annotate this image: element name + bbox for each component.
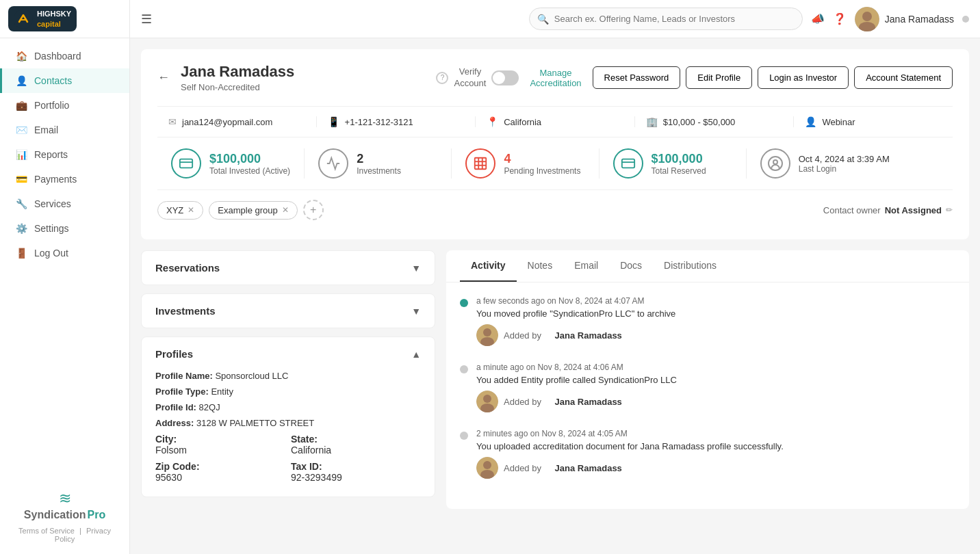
investment-range-info: 🏢 $10,000 - $50,000 <box>635 116 795 127</box>
profile-status: Self Non-Accredited <box>181 82 425 92</box>
hamburger-menu[interactable]: ☰ <box>141 12 152 27</box>
activity-username-2: Jana Ramadass <box>555 463 622 473</box>
profiles-header[interactable]: Profiles ▲ <box>142 337 435 371</box>
sidebar-item-reports[interactable]: 📊 Reports <box>0 142 129 167</box>
stat-investments-label: Investments <box>357 166 401 176</box>
contacts-icon: 👤 <box>16 75 27 86</box>
back-button[interactable]: ← <box>157 70 170 85</box>
sidebar-item-email[interactable]: ✉️ Email <box>0 118 129 142</box>
logo-text: HIGHSKYcapital <box>37 9 71 29</box>
header-actions: Reset Password Edit Profile Login as Inv… <box>593 66 953 89</box>
reset-password-button[interactable]: Reset Password <box>593 66 681 89</box>
tab-content-activity: a few seconds ago on Nov 8, 2024 at 4:07… <box>446 282 969 509</box>
activity-item-0: a few seconds ago on Nov 8, 2024 at 4:07… <box>460 296 955 346</box>
login-as-investor-button[interactable]: Login as Investor <box>758 66 849 89</box>
notification-icon[interactable]: 📣 <box>811 12 825 25</box>
contact-owner-edit-icon[interactable]: ✏ <box>946 205 953 215</box>
user-name: Jana Ramadass <box>885 14 954 25</box>
last-login-label: Last Login <box>799 164 890 174</box>
investments-header[interactable]: Investments ▼ <box>142 294 435 328</box>
manage-accreditation-link[interactable]: ManageAccreditation <box>530 68 581 88</box>
sidebar-item-label: Log Out <box>34 248 68 259</box>
activity-avatar-1 <box>476 391 498 412</box>
stat-pending-icon <box>465 148 495 179</box>
tag-xyz-remove[interactable]: ✕ <box>188 205 194 215</box>
stat-investments-value: 2 <box>357 152 401 166</box>
reports-icon: 📊 <box>16 149 27 160</box>
terms-link[interactable]: Terms of Service <box>18 527 75 535</box>
investments-arrow: ▼ <box>411 306 421 317</box>
reservations-arrow: ▼ <box>411 263 421 274</box>
activity-time-2: 2 minutes ago on Nov 8, 2024 at 4:05 AM <box>476 429 955 438</box>
stat-investments: 2 Investments <box>305 148 452 179</box>
svg-point-22 <box>483 461 491 469</box>
tab-email[interactable]: Email <box>563 250 609 282</box>
sidebar-item-logout[interactable]: 🚪 Log Out <box>0 241 129 265</box>
settings-icon: ⚙️ <box>16 223 27 234</box>
sidebar-item-payments[interactable]: 💳 Payments <box>0 167 129 192</box>
profile-name-section: Jana Ramadass Self Non-Accredited <box>181 63 425 92</box>
sidebar-item-portfolio[interactable]: 💼 Portfolio <box>0 93 129 118</box>
verify-icon: ? <box>436 72 448 84</box>
help-icon[interactable]: ❓ <box>833 12 847 25</box>
stat-investments-icon <box>318 148 348 179</box>
tag-example-label: Example group <box>218 205 277 215</box>
profile-name: Jana Ramadass <box>181 63 425 81</box>
activity-dot-2 <box>460 432 468 440</box>
stat-last-login: Oct 4, 2024 at 3:39 AM Last Login <box>747 148 953 179</box>
activity-body-1: a minute ago on Nov 8, 2024 at 4:06 AM Y… <box>476 362 955 412</box>
chart-icon <box>326 156 341 171</box>
sidebar-item-dashboard[interactable]: 🏠 Dashboard <box>0 44 129 68</box>
stat-pending-value: 4 <box>504 152 580 166</box>
sidebar-item-settings[interactable]: ⚙️ Settings <box>0 216 129 241</box>
stat-pending-data: 4 Pending Investments <box>504 152 580 176</box>
sidebar-item-services[interactable]: 🔧 Services <box>0 192 129 216</box>
activity-time-1: a minute ago on Nov 8, 2024 at 4:06 AM <box>476 362 955 372</box>
tag-example-group: Example group ✕ <box>209 201 297 220</box>
sidebar-item-label: Settings <box>34 223 69 234</box>
tag-xyz-label: XYZ <box>166 205 183 215</box>
profile-field-state: State: California <box>291 434 421 456</box>
activity-time-0: a few seconds ago on Nov 8, 2024 at 4:07… <box>476 296 955 306</box>
profile-fields-grid: City: Folsom State: California Zip Code:… <box>155 434 421 483</box>
activity-text-1: You added Entity profile called Syndicat… <box>476 375 955 385</box>
reservations-header[interactable]: Reservations ▼ <box>142 251 435 285</box>
sidebar-item-label: Portfolio <box>34 100 69 111</box>
location-value: California <box>504 117 541 127</box>
activity-avatar-2 <box>476 457 498 479</box>
profile-field-zip: Zip Code: 95630 <box>155 461 285 483</box>
search-input[interactable] <box>529 8 803 30</box>
top-nav: ☰ 🔍 📣 ❓ Jana Ramadass <box>130 0 980 38</box>
brand-links: Terms of Service | Privacy Policy <box>11 527 118 543</box>
reservations-title: Reservations <box>155 262 220 274</box>
tab-notes[interactable]: Notes <box>517 250 564 282</box>
edit-profile-button[interactable]: Edit Profile <box>686 66 752 89</box>
add-tag-button[interactable]: + <box>303 200 324 220</box>
stat-pending: 4 Pending Investments <box>452 148 599 179</box>
tab-activity[interactable]: Activity <box>460 250 517 282</box>
stat-pending-label: Pending Investments <box>504 166 580 176</box>
phone-value: +1-121-312-3121 <box>345 117 413 127</box>
verify-toggle[interactable] <box>491 70 519 85</box>
account-statement-button[interactable]: Account Statement <box>854 66 953 89</box>
activity-user-1: Added by Jana Ramadass <box>476 391 955 412</box>
svg-point-16 <box>483 328 491 337</box>
tag-example-remove[interactable]: ✕ <box>282 205 289 215</box>
logout-icon: 🚪 <box>16 248 27 259</box>
sidebar-item-label: Services <box>34 198 71 209</box>
activity-dot-1 <box>460 365 468 373</box>
phone-info: 📱 +1-121-312-3121 <box>317 116 476 127</box>
status-indicator <box>962 16 969 23</box>
tab-docs[interactable]: Docs <box>609 250 653 282</box>
sidebar-item-contacts[interactable]: 👤 Contacts <box>0 68 129 93</box>
user-avatar-icon-1 <box>476 391 498 412</box>
activity-added-by-0: Added by <box>504 330 541 341</box>
email-value: jana124@yopmail.com <box>182 117 272 127</box>
activity-text-0: You moved profile "SyndicationPro LLC" t… <box>476 308 955 319</box>
svg-rect-6 <box>475 158 487 170</box>
last-login-icon <box>760 148 790 179</box>
tab-distributions[interactable]: Distributions <box>653 250 727 282</box>
portfolio-icon: 💼 <box>16 100 27 111</box>
contact-owner: Contact owner Not Assigned ✏ <box>823 205 953 215</box>
user-info[interactable]: Jana Ramadass <box>855 7 954 31</box>
